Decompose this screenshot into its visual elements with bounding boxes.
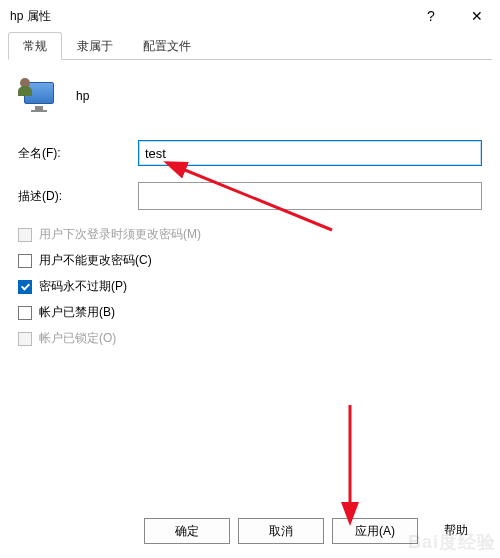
user-icon (20, 78, 56, 114)
annotation-arrow-icon (320, 400, 380, 524)
check-label: 用户下次登录时须更改密码(M) (39, 226, 201, 243)
close-button[interactable]: ✕ (454, 0, 500, 32)
check-account-disabled[interactable]: 帐户已禁用(B) (18, 304, 482, 321)
tab-general[interactable]: 常规 (8, 32, 62, 60)
check-account-locked: 帐户已锁定(O) (18, 330, 482, 347)
check-cannot-change[interactable]: 用户不能更改密码(C) (18, 252, 482, 269)
checkbox-group: 用户下次登录时须更改密码(M) 用户不能更改密码(C) 密码永不过期(P) 帐户… (18, 226, 482, 347)
check-label: 密码永不过期(P) (39, 278, 127, 295)
checkbox-icon (18, 280, 32, 294)
fullname-row: 全名(F): (18, 140, 482, 166)
check-label: 帐户已禁用(B) (39, 304, 115, 321)
checkbox-icon (18, 228, 32, 242)
description-label: 描述(D): (18, 188, 138, 205)
description-input[interactable] (138, 182, 482, 210)
tab-profile[interactable]: 配置文件 (128, 32, 206, 59)
fullname-label: 全名(F): (18, 145, 138, 162)
check-never-expires[interactable]: 密码永不过期(P) (18, 278, 482, 295)
check-label: 帐户已锁定(O) (39, 330, 116, 347)
checkbox-icon (18, 306, 32, 320)
fullname-input[interactable] (138, 140, 482, 166)
tab-member-of[interactable]: 隶属于 (62, 32, 128, 59)
ok-button[interactable]: 确定 (144, 518, 230, 544)
cancel-button[interactable]: 取消 (238, 518, 324, 544)
titlebar: hp 属性 ? ✕ (0, 0, 500, 32)
watermark: Bai度经验 (408, 530, 496, 554)
check-must-change: 用户下次登录时须更改密码(M) (18, 226, 482, 243)
window-title: hp 属性 (10, 8, 408, 25)
user-header: hp (18, 70, 482, 132)
checkbox-icon (18, 332, 32, 346)
apply-button[interactable]: 应用(A) (332, 518, 418, 544)
user-name-label: hp (76, 89, 89, 103)
checkbox-icon (18, 254, 32, 268)
check-label: 用户不能更改密码(C) (39, 252, 152, 269)
help-button[interactable]: ? (408, 0, 454, 32)
tab-content: hp 全名(F): 描述(D): 用户下次登录时须更改密码(M) 用户不能更改密… (0, 60, 500, 347)
tab-bar: 常规 隶属于 配置文件 (8, 32, 492, 60)
description-row: 描述(D): (18, 182, 482, 210)
